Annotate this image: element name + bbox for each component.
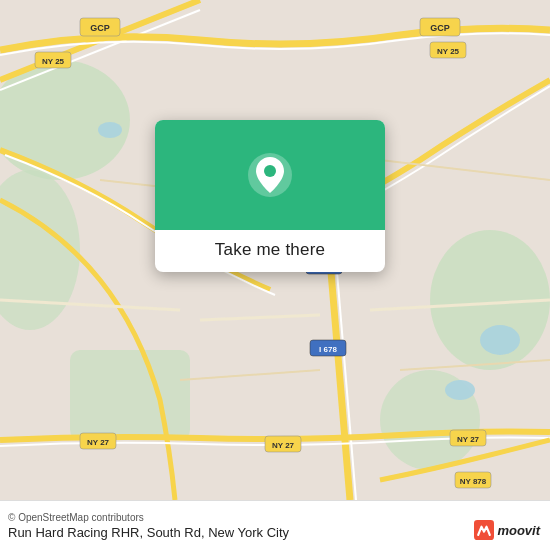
svg-text:NY 27: NY 27: [457, 435, 480, 444]
take-me-there-button[interactable]: Take me there: [215, 240, 325, 260]
svg-rect-5: [70, 350, 190, 440]
svg-point-39: [264, 165, 276, 177]
svg-point-8: [98, 122, 122, 138]
popup-green-area: [155, 120, 385, 230]
svg-text:I 678: I 678: [319, 345, 337, 354]
svg-point-6: [480, 325, 520, 355]
moovit-brand-text: moovit: [497, 523, 540, 538]
svg-text:GCP: GCP: [90, 23, 110, 33]
popup-card: Take me there: [155, 120, 385, 272]
svg-text:NY 25: NY 25: [42, 57, 65, 66]
svg-text:NY 878: NY 878: [460, 477, 487, 486]
popup-button-area: Take me there: [155, 230, 385, 272]
bottom-bar: © OpenStreetMap contributors Run Hard Ra…: [0, 500, 550, 550]
svg-text:NY 25: NY 25: [437, 47, 460, 56]
address-line: Run Hard Racing RHR, South Rd, New York …: [8, 525, 542, 540]
svg-text:NY 27: NY 27: [272, 441, 295, 450]
moovit-logo-icon: [474, 520, 494, 540]
copyright-text: © OpenStreetMap contributors: [8, 512, 542, 523]
svg-text:GCP: GCP: [430, 23, 450, 33]
location-pin-icon: [246, 151, 294, 199]
svg-point-7: [445, 380, 475, 400]
map-container: GCP GCP NY 25 NY 25 I 678 I 678 NY 27 NY…: [0, 0, 550, 500]
svg-text:NY 27: NY 27: [87, 438, 110, 447]
moovit-logo: moovit: [474, 520, 540, 540]
